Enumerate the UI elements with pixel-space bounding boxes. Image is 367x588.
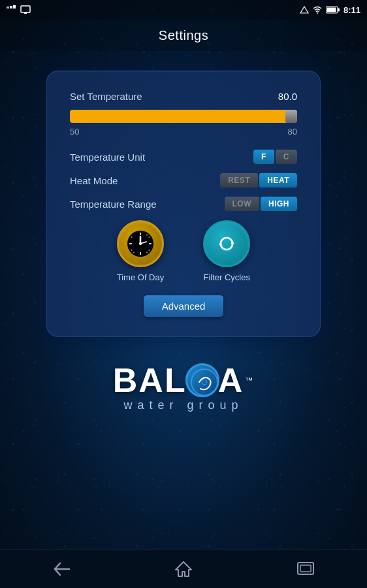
logo-circle-icon (185, 363, 219, 397)
svg-rect-1 (10, 6, 12, 8)
logo-text-a2: A (218, 363, 244, 397)
svg-point-17 (148, 250, 150, 251)
temp-unit-c-button[interactable]: C (276, 150, 297, 164)
status-icons-left (7, 5, 31, 14)
nav-home-button[interactable] (164, 556, 203, 582)
svg-rect-2 (13, 5, 16, 8)
recents-icon (296, 561, 315, 577)
notification-icon (7, 5, 17, 14)
slider-thumb[interactable] (285, 110, 297, 123)
back-icon (52, 562, 71, 576)
heat-mode-heat-button[interactable]: HEAT (259, 173, 297, 188)
svg-point-28 (202, 380, 207, 385)
svg-marker-30 (176, 562, 191, 576)
home-icon (174, 561, 193, 578)
heat-mode-rest-button[interactable]: REST (220, 173, 258, 188)
slider-range-row: 50 80 (70, 127, 297, 137)
logo-tm: ™ (245, 376, 254, 384)
main-content: Set Temperature 80.0 50 80 Temperature U… (0, 51, 367, 337)
logo-text-l: L (165, 363, 187, 397)
settings-card: Set Temperature 80.0 50 80 Temperature U… (46, 71, 321, 337)
filter-cycles-label: Filter Cycles (203, 272, 250, 282)
logo-text-a1: A (138, 363, 165, 397)
screen-icon (20, 5, 31, 14)
temperature-slider-container[interactable] (70, 110, 297, 123)
slider-max-label: 80 (288, 127, 297, 137)
svg-point-18 (131, 237, 132, 238)
svg-point-6 (317, 12, 318, 14)
svg-rect-32 (300, 565, 311, 572)
time-display: 8:11 (343, 5, 360, 15)
advanced-button[interactable]: Advanced (144, 295, 224, 317)
slider-track[interactable] (70, 110, 297, 123)
svg-rect-0 (7, 7, 9, 8)
logo-text-b1: B (113, 363, 139, 397)
set-temperature-value: 80.0 (278, 91, 297, 102)
title-bar: Settings (0, 20, 367, 51)
filter-cycles-item[interactable]: Filter Cycles (203, 220, 250, 282)
slider-min-label: 50 (70, 127, 79, 137)
balboa-subtitle: water group (123, 399, 243, 412)
nav-bar (0, 549, 367, 588)
svg-rect-9 (327, 8, 336, 12)
wifi-icon (312, 6, 323, 14)
temperature-range-label: Temperature Range (70, 199, 157, 210)
temperature-unit-toggle[interactable]: F C (253, 150, 297, 164)
time-of-day-label: Time Of Day (117, 272, 164, 282)
heat-mode-row: Heat Mode REST HEAT (70, 173, 297, 188)
time-of-day-icon[interactable] (117, 220, 164, 267)
temperature-unit-label: Temperature Unit (70, 152, 145, 163)
signal-icon (300, 6, 309, 14)
heat-mode-toggle[interactable]: REST HEAT (220, 173, 297, 188)
svg-rect-8 (338, 8, 340, 12)
advanced-button-container: Advanced (70, 295, 297, 317)
nav-recents-button[interactable] (286, 556, 325, 582)
temp-range-high-button[interactable]: HIGH (261, 197, 297, 211)
svg-marker-5 (300, 7, 308, 13)
logo-section: B A L A ™ water group (0, 363, 367, 412)
balboa-logo: B A L A ™ (113, 363, 254, 397)
svg-point-19 (131, 250, 132, 251)
svg-rect-4 (24, 12, 27, 14)
temperature-range-toggle[interactable]: LOW HIGH (225, 197, 298, 211)
icons-row: Time Of Day Filter Cycles (70, 220, 297, 282)
temperature-unit-row: Temperature Unit F C (70, 150, 297, 164)
temp-range-low-button[interactable]: LOW (225, 197, 260, 211)
refresh-svg (213, 230, 240, 257)
status-bar: 8:11 (0, 0, 367, 20)
svg-point-16 (148, 237, 150, 238)
battery-icon (326, 6, 340, 14)
heat-mode-label: Heat Mode (70, 175, 118, 186)
svg-rect-3 (21, 6, 30, 12)
set-temperature-label: Set Temperature (70, 91, 142, 102)
temperature-row: Set Temperature 80.0 (70, 91, 297, 102)
filter-cycles-icon[interactable] (203, 220, 250, 267)
svg-point-21 (146, 252, 148, 253)
status-icons-right: 8:11 (300, 5, 360, 15)
clock-svg (125, 229, 155, 259)
temperature-range-row: Temperature Range LOW HIGH (70, 197, 297, 211)
svg-point-15 (146, 235, 148, 236)
page-title: Settings (159, 28, 208, 43)
time-of-day-item[interactable]: Time Of Day (117, 220, 164, 282)
svg-point-20 (133, 252, 135, 253)
svg-point-24 (139, 242, 142, 245)
temp-unit-f-button[interactable]: F (253, 150, 274, 164)
nav-back-button[interactable] (42, 556, 81, 582)
